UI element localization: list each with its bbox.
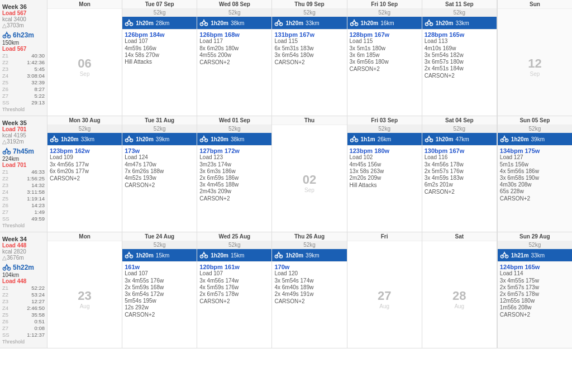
workout-name: CARSON+2 <box>425 73 494 79</box>
day-name: Fri 03 Sep <box>371 117 398 123</box>
workout-bar[interactable]: 1h20m 39km <box>272 249 346 262</box>
svg-point-32 <box>354 136 355 137</box>
detail-line: 2x 5m57s 176w <box>425 168 494 174</box>
svg-point-10 <box>280 23 283 26</box>
workout-details: 127bpm 172wLoad 1233m23s 174w3x 6m3s 186… <box>197 146 271 203</box>
month-label: Sep <box>80 71 90 77</box>
detail-line: 2x 5m57s 173w <box>500 284 570 290</box>
distance: 39km <box>156 136 169 142</box>
zone-value: 1:49 <box>35 209 45 215</box>
zone-value: 1:56:25 <box>27 175 45 181</box>
detail-line: 2m43s 209w <box>199 188 269 194</box>
svg-point-25 <box>130 139 132 142</box>
zone-label: Z2 <box>2 59 8 65</box>
workout-details: 130bpm 167wLoad 1163x 4m56s 178w2x 5m57s… <box>422 146 497 197</box>
workout-details: 123bpm 180wLoad 1024m45s 156w13x 58s 263… <box>347 146 422 190</box>
workout-details: 126bpm 184wLoad 1074m59s 166w14x 58s 270… <box>122 30 197 67</box>
workout-bar[interactable]: 1h21m 33km <box>498 249 572 262</box>
distance: 33km <box>81 136 94 142</box>
load-line: Load 127 <box>500 154 570 160</box>
day-header: Sat <box>422 232 497 241</box>
duration: 1h20m <box>511 136 529 142</box>
detail-line: 2x 5m59s 168w <box>125 284 194 290</box>
workout-bar[interactable]: 1h20m 33km <box>272 17 346 30</box>
duration: 1h20m <box>211 136 228 142</box>
day-header: Tue 31 Aug <box>122 116 197 125</box>
detail-line: 1m56s 208w <box>500 304 570 310</box>
duration: 1h20m <box>136 252 154 259</box>
bpm-watt: 170w <box>274 264 344 270</box>
load-line: Load 116 <box>425 154 494 160</box>
detail-line: 5m54s 195w <box>125 298 194 304</box>
svg-point-12 <box>350 23 353 26</box>
day-name: Fri 10 Sep <box>371 1 398 7</box>
detail-line: 12s 292w <box>125 304 194 310</box>
day-header: Sat 11 Sep <box>422 0 497 9</box>
workout-bar[interactable]: 1h20m 39km <box>498 133 572 146</box>
workout-bar[interactable]: 1h20m 15km <box>122 249 197 262</box>
workout-bar[interactable]: 1h20m 47km <box>422 133 497 146</box>
zone-value: 46:33 <box>31 169 45 175</box>
workout-bar[interactable]: 1h20m 28km <box>122 17 197 30</box>
svg-point-15 <box>425 23 428 26</box>
day-name: Sat <box>455 233 464 240</box>
weight-value: 52kg <box>154 126 166 132</box>
zone-row: Z3 12:27 <box>2 298 45 304</box>
detail-line: 3x 4m55s 176w <box>125 278 194 284</box>
distance: 16km <box>380 20 394 26</box>
zone-row: Z7 1:49 <box>2 209 45 215</box>
workout-bar[interactable]: 1h20m 15km <box>197 249 271 262</box>
bpm-watt: 134bpm 175w <box>500 147 570 154</box>
svg-point-44 <box>128 252 130 253</box>
detail-line: 8x 6m20s 180w <box>199 45 269 51</box>
zone-label: SS <box>2 332 9 338</box>
workout-bar[interactable]: 1h20m 39km <box>122 133 197 146</box>
day-number: 02 <box>303 173 316 187</box>
total-time: 7h45m <box>13 147 34 155</box>
detail-line: 3x 6m 185w <box>350 52 420 58</box>
workout-bar[interactable]: 1h20m 33km <box>47 133 122 146</box>
days-container: Mon 06 Sep Tue 07 Sep52kg 1h20m 28km 126… <box>47 0 572 116</box>
bike-icon <box>425 18 433 27</box>
bike-icon <box>199 135 208 144</box>
day-cell-1: Tue 31 Aug52kg 1h20m 39km 173wLoad 1244m… <box>122 116 197 232</box>
workout-bar[interactable]: 1h20m 16km <box>347 17 422 30</box>
workout-bar[interactable]: 1h1m 26km <box>347 133 422 146</box>
workout-bar[interactable]: 1h20m 38km <box>197 133 271 146</box>
empty-day: 27 Aug <box>347 241 422 348</box>
detail-line: 13x 58s 263w <box>350 168 420 174</box>
zone-row: Z6 0:51 <box>2 318 45 324</box>
zone-row: Z4 3:11:58 <box>2 189 45 195</box>
weight-value: 52kg <box>529 126 541 132</box>
detail-line: 3x 6m56s 180w <box>350 59 420 65</box>
workout-name: CARSON+2 <box>125 312 194 318</box>
day-header: Mon <box>47 0 122 9</box>
load-line: Load 117 <box>199 38 269 44</box>
kcal-label: kcal 2820 <box>2 248 45 255</box>
kcal-label: kcal 4195 <box>2 132 45 138</box>
svg-point-3 <box>125 23 128 26</box>
zone-label: Z3 <box>2 182 8 188</box>
workout-name: CARSON+2 <box>125 182 194 188</box>
workout-name: CARSON+2 <box>274 59 344 65</box>
duration: 1h20m <box>136 136 154 142</box>
zone-value: 2:46:50 <box>27 305 45 311</box>
zone-row: SS 1:12:37 <box>2 332 45 338</box>
bike-icon <box>425 135 433 144</box>
zone-label: Z5 <box>2 79 8 85</box>
bike-icon <box>125 251 134 260</box>
week-row-week34: Week 34 Load 448 kcal 2820 △3676m 5h22m … <box>0 232 572 348</box>
svg-point-6 <box>201 23 203 26</box>
workout-bar[interactable]: 1h20m 33km <box>422 17 497 30</box>
workout-bar[interactable]: 1h20m 38km <box>197 17 271 30</box>
bike-icon <box>2 147 11 156</box>
month-label: Sep <box>304 187 314 193</box>
zone-label: Z1 <box>2 169 8 175</box>
detail-line: 4m52s 193w <box>125 175 194 181</box>
zone-value: 35:58 <box>31 312 45 318</box>
day-cell-3: Thu 02 Sep <box>272 116 347 232</box>
threshold-label: Threshold <box>2 339 45 345</box>
day-cell-5: Sat 11 Sep52kg 1h20m 33km 128bpm 165wLoa… <box>422 0 497 116</box>
zone-row: Z1 46:33 <box>2 169 45 175</box>
svg-point-50 <box>278 252 279 253</box>
